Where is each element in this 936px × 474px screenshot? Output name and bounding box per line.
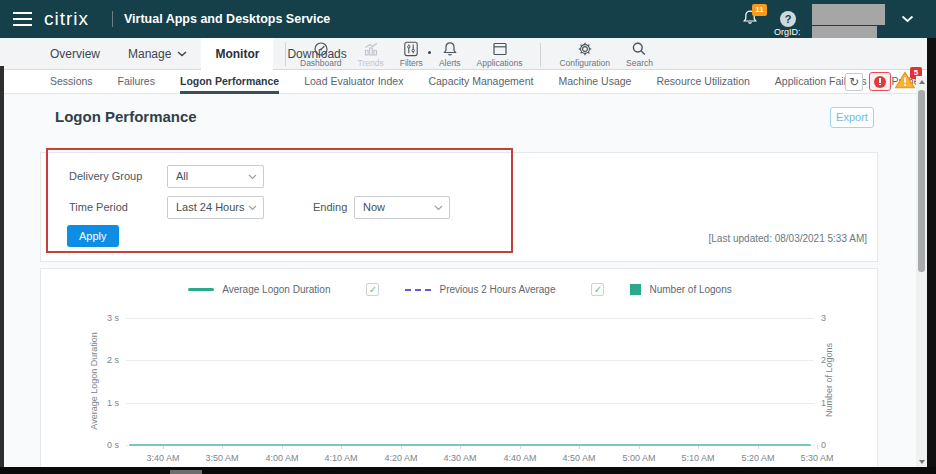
- brand-divider: [112, 11, 113, 27]
- x-label-3: 4:10 AM: [311, 453, 371, 463]
- gridline-3: [126, 318, 814, 319]
- hamburger-menu-icon[interactable]: [13, 12, 32, 26]
- legend-square-sample: [630, 284, 641, 295]
- subtab-load-evaluator-index[interactable]: Load Evaluator Index: [304, 70, 403, 94]
- vertical-scrollbar-thumb[interactable]: [918, 90, 925, 272]
- x-label-6: 4:40 AM: [490, 453, 550, 463]
- trends-chart-icon: [362, 41, 380, 57]
- nav-tab-overview[interactable]: Overview: [36, 38, 114, 70]
- search-icon: [630, 41, 648, 57]
- filter-panel: Delivery Group All Time Period Last 24 H…: [40, 152, 878, 262]
- scrollbar-down-arrow[interactable]: [919, 460, 925, 464]
- refresh-icon: ↻: [849, 75, 859, 89]
- subtab-resource-utilization[interactable]: Resource Utilization: [656, 70, 749, 94]
- window-edge-notch: [170, 470, 202, 474]
- search-button[interactable]: Search: [618, 39, 661, 70]
- x-label-1: 3:50 AM: [192, 453, 252, 463]
- filters-button[interactable]: Filters: [392, 39, 431, 70]
- left-tick-3s: 3 s: [79, 313, 119, 323]
- left-tick-1s: 1 s: [79, 398, 119, 408]
- left-axis-title: Average Logon Duration: [89, 316, 99, 446]
- nav-tab-monitor[interactable]: Monitor: [201, 38, 273, 70]
- top-header: citrix Virtual Apps and Desktops Service…: [0, 0, 936, 38]
- x-label-4: 4:20 AM: [371, 453, 431, 463]
- refresh-button[interactable]: ↻: [845, 73, 863, 91]
- chart-legend: Average Logon Duration ✓ Previous 2 Hour…: [41, 283, 879, 296]
- window-edge-left: [0, 66, 4, 474]
- help-button[interactable]: ?: [780, 11, 796, 27]
- ending-dropdown[interactable]: Now: [354, 196, 450, 219]
- avg-logon-duration-series-line: [129, 444, 811, 446]
- scrollbar-up-arrow[interactable]: [919, 80, 925, 84]
- monitor-toolbar: Dashboard Trends Filt: [292, 39, 661, 70]
- configuration-button[interactable]: Configuration: [551, 39, 618, 70]
- window-edge-right: [927, 38, 936, 474]
- legend-avg-logon-duration: Average Logon Duration: [222, 284, 330, 295]
- dashboard-gauge-icon: [312, 41, 330, 57]
- last-updated-text: [Last updated: 08/03/2021 5:33 AM]: [709, 233, 867, 244]
- time-period-dropdown[interactable]: Last 24 Hours: [167, 196, 264, 219]
- legend-checkbox-1[interactable]: ✓: [366, 283, 379, 296]
- subtab-failures[interactable]: Failures: [118, 70, 155, 94]
- trends-button: Trends: [350, 39, 392, 70]
- applications-button[interactable]: Applications: [469, 39, 531, 70]
- export-button[interactable]: Export: [830, 107, 874, 128]
- x-label-9: 5:10 AM: [668, 453, 728, 463]
- legend-line-sample: [188, 288, 214, 291]
- right-axis-title: Number of Logons: [824, 315, 834, 445]
- x-label-8: 5:00 AM: [609, 453, 669, 463]
- legend-checkbox-2[interactable]: ✓: [591, 283, 604, 296]
- legend-number-of-logons: Number of Logons: [649, 284, 731, 295]
- subtab-sessions[interactable]: Sessions: [50, 70, 93, 94]
- chevron-down-icon: [177, 51, 187, 57]
- check-icon: ✓: [594, 284, 602, 295]
- notifications-button[interactable]: 11: [741, 8, 767, 32]
- alerts-button[interactable]: Alerts: [431, 39, 469, 70]
- time-period-label: Time Period: [69, 196, 128, 219]
- account-chevron-down-icon[interactable]: [901, 15, 914, 23]
- check-icon: ✓: [369, 284, 377, 295]
- logon-performance-chart: Average Logon Duration ✓ Previous 2 Hour…: [40, 268, 878, 474]
- nav-tab-manage[interactable]: Manage: [114, 38, 201, 70]
- subtab-logon-performance[interactable]: Logon Performance: [180, 70, 279, 94]
- left-tick-2s: 2 s: [79, 355, 119, 365]
- filters-icon: [402, 41, 420, 57]
- org-id-label: OrgID:: [774, 26, 801, 38]
- chevron-down-icon: [434, 205, 443, 211]
- dashboard-button[interactable]: Dashboard: [292, 39, 350, 70]
- x-label-10: 5:20 AM: [728, 453, 788, 463]
- gridline-2: [126, 360, 814, 361]
- x-label-2: 4:00 AM: [252, 453, 312, 463]
- apply-button[interactable]: Apply: [67, 225, 119, 247]
- org-id-redacted: [812, 26, 877, 38]
- delivery-group-dropdown[interactable]: All: [167, 165, 264, 188]
- chevron-down-icon: [248, 205, 257, 211]
- error-icon: [874, 76, 886, 88]
- app-window: citrix Virtual Apps and Desktops Service…: [0, 0, 936, 474]
- subtab-capacity-management[interactable]: Capacity Management: [428, 70, 533, 94]
- legend-dashed-sample: [405, 289, 431, 291]
- primary-nav: Overview Manage Monitor Downloads Dashbo…: [0, 38, 936, 70]
- gear-icon: [576, 41, 594, 57]
- question-mark-icon: ?: [785, 13, 792, 25]
- alerts-bell-icon: [441, 41, 459, 57]
- product-title: Virtual Apps and Desktops Service: [124, 12, 330, 26]
- x-label-11: 5:30 AM: [787, 453, 847, 463]
- x-label-5: 4:30 AM: [430, 453, 490, 463]
- left-tick-0s: 0 s: [79, 440, 119, 450]
- page-title: Logon Performance: [55, 108, 197, 125]
- notification-count-badge: 11: [752, 4, 767, 16]
- applications-window-icon: [491, 41, 509, 57]
- legend-previous-2-hours: Previous 2 Hours Average: [439, 284, 555, 295]
- window-edge-bottom: [0, 467, 936, 474]
- citrix-logo: citrix: [44, 8, 89, 30]
- x-label-0: 3:40 AM: [133, 453, 193, 463]
- nav-divider: [285, 42, 286, 66]
- critical-alerts-button[interactable]: [869, 72, 891, 91]
- toolbar-divider: [540, 43, 541, 67]
- subtab-machine-usage[interactable]: Machine Usage: [558, 70, 631, 94]
- gridline-1: [126, 403, 814, 404]
- ending-label: Ending: [313, 196, 347, 219]
- delivery-group-label: Delivery Group: [69, 165, 142, 188]
- account-name-redacted: [812, 4, 885, 25]
